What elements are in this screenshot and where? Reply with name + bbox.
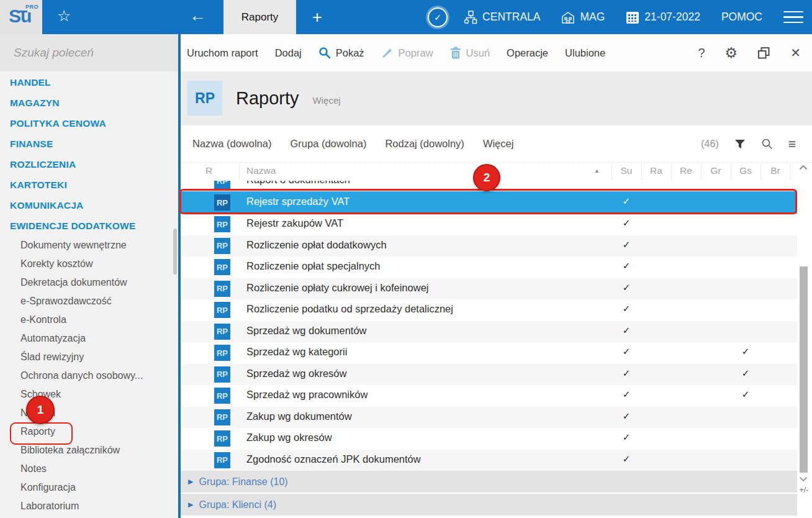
table-row[interactable]: RP Zgodność oznaczeń JPK dokumentów ✓ xyxy=(181,450,797,471)
run-report-button[interactable]: Uruchom raport xyxy=(187,47,258,59)
sidebar-module-item[interactable]: FINANSE xyxy=(0,134,178,154)
date-selector[interactable]: 21-07-2022 xyxy=(626,11,700,24)
report-type-badge: RP xyxy=(214,430,230,447)
branch-label: CENTRALA xyxy=(482,11,540,24)
add-button[interactable]: Dodaj xyxy=(275,47,302,59)
sort-asc-icon[interactable]: ▲ xyxy=(594,168,600,174)
filter-kind[interactable]: Rodzaj (dowolny) xyxy=(385,138,464,150)
sidebar-submodule-item[interactable]: Ochrona danych osobowy... xyxy=(0,366,178,385)
module-badge: RP xyxy=(187,81,222,116)
column-su[interactable]: Su xyxy=(611,165,641,176)
sidebar-submodule-item[interactable]: e-Kontrola xyxy=(0,311,178,329)
column-r[interactable]: R xyxy=(205,165,212,176)
column-br[interactable]: Br xyxy=(760,165,790,176)
list-options-icon[interactable]: ≡ xyxy=(788,137,796,152)
report-name: Rejestr zakupów VAT xyxy=(246,217,343,229)
show-button[interactable]: Pokaż xyxy=(318,47,364,59)
close-icon[interactable]: ✕ xyxy=(790,45,801,60)
table-row[interactable]: RP Rejestr zakupów VAT ✓ xyxy=(181,214,797,235)
table-row[interactable]: RP Rozliczenie opłat specjalnych ✓ xyxy=(181,257,797,278)
search-input[interactable] xyxy=(12,45,168,60)
table-row[interactable]: RP Zakup wg okresów ✓ xyxy=(181,428,797,450)
column-ra[interactable]: Ra xyxy=(641,165,671,176)
sidebar-module-item[interactable]: HANDEL xyxy=(0,72,178,93)
main-menu-icon[interactable] xyxy=(783,11,803,24)
table-row[interactable]: RP Sprzedaż wg kategorii ✓ ✓ xyxy=(181,342,797,364)
sidebar-submodule-item[interactable]: Laboratorium xyxy=(0,497,178,516)
tab-raporty[interactable]: Raporty xyxy=(223,0,296,34)
filter-tools: (46) ≡ xyxy=(701,137,812,152)
scrollbar-thumb[interactable] xyxy=(800,266,808,473)
report-type-badge: RP xyxy=(214,238,230,254)
filter-more[interactable]: Więcej xyxy=(483,138,514,150)
funnel-icon[interactable] xyxy=(734,139,746,149)
edit-button[interactable]: Popraw xyxy=(381,47,433,59)
sidebar-module-item[interactable]: EWIDENCJE DODATKOWE xyxy=(0,216,178,236)
search-icon[interactable] xyxy=(761,138,773,150)
sidebar-module-item[interactable]: ROZLICZENIA xyxy=(0,154,178,175)
table-row[interactable]: RP Sprzedaż wg pracowników ✓ ✓ xyxy=(181,385,797,407)
sidebar-submodule-item[interactable]: Automatyzacja xyxy=(0,329,178,348)
status-check-icon[interactable]: ✓ xyxy=(428,7,448,27)
favorites-menu[interactable]: Ulubione xyxy=(565,47,605,59)
sidebar-submodule-item[interactable]: Notes xyxy=(0,460,178,478)
group-label: Grupa: Finanse (10) xyxy=(199,476,287,488)
expand-triangle-icon[interactable]: ▶ xyxy=(188,478,193,486)
sidebar-submodule-item[interactable]: e-Sprawozdawczość xyxy=(0,292,178,311)
sidebar-submodule-item[interactable]: Konfiguracja xyxy=(0,478,178,497)
annotation-step-2: 2 xyxy=(473,164,500,191)
group-row[interactable]: ▶ Grupa: Klienci (4) xyxy=(181,494,797,516)
table-row[interactable]: RP Sprzedaż wg dokumentów ✓ xyxy=(181,321,797,343)
help-menu[interactable]: POMOC xyxy=(721,11,762,24)
expand-triangle-icon[interactable]: ▶ xyxy=(188,501,193,509)
table-row[interactable]: RP Rozliczenie podatku od sprzedaży deta… xyxy=(181,299,797,321)
sidebar-module-item[interactable]: MAGAZYN xyxy=(0,93,178,113)
filter-name[interactable]: Nazwa (dowolna) xyxy=(192,138,271,150)
new-tab-button[interactable]: + xyxy=(296,0,338,34)
group-label: Grupa: Klienci (4) xyxy=(199,499,276,511)
sidebar-module-item[interactable]: KOMUNIKACJA xyxy=(0,195,178,216)
app-logo[interactable]: Su PRO xyxy=(0,0,42,34)
sidebar-submodule-item[interactable]: Dekretacja dokumentów xyxy=(0,273,178,292)
su-check: ✓ xyxy=(615,325,638,336)
header-more-link[interactable]: Więcej xyxy=(313,95,341,106)
column-name[interactable]: Nazwa xyxy=(246,165,276,176)
report-type-badge: RP xyxy=(214,324,230,340)
logo-accent-bar xyxy=(19,11,27,12)
sidebar-module-item[interactable]: KARTOTEKI xyxy=(0,175,178,195)
sidebar-submodule-item[interactable]: Schowek xyxy=(0,385,178,404)
toolbar-window-controls: ? ⚙ ✕ xyxy=(698,45,812,61)
table-row[interactable]: RP Rozliczenie opłaty cukrowej i kofeino… xyxy=(181,278,797,300)
table-row[interactable]: RP Zakup wg dokumentów ✓ xyxy=(181,407,797,429)
current-date: 21-07-2022 xyxy=(644,11,700,24)
sidebar-scrollbar-thumb[interactable] xyxy=(173,229,177,275)
column-gr[interactable]: Gr xyxy=(701,165,731,176)
sidebar-submodule-item[interactable]: Dokumenty wewnętrzne xyxy=(0,236,178,255)
report-name: Zgodność oznaczeń JPK dokumentów xyxy=(246,453,421,465)
favorites-star-icon[interactable]: ☆ xyxy=(57,7,71,25)
branch-selector[interactable]: CENTRALA xyxy=(464,11,540,24)
scroll-down-icon[interactable] xyxy=(799,476,808,482)
gear-icon[interactable]: ⚙ xyxy=(725,45,738,61)
table-row[interactable]: RP Rozliczenie opłat dodatkowych ✓ xyxy=(181,235,797,257)
column-gs[interactable]: Gs xyxy=(731,165,760,176)
cascade-windows-icon[interactable] xyxy=(757,47,770,60)
report-name: Zakup wg okresów xyxy=(246,432,332,443)
sidebar-module-item[interactable]: POLITYKA CENOWA xyxy=(0,113,178,134)
sidebar-submodule-item[interactable]: Ślad rewizyjny xyxy=(0,348,178,366)
back-arrow-icon[interactable]: ← xyxy=(189,6,206,25)
report-name: Sprzedaż wg kategorii xyxy=(246,346,347,358)
report-type-badge: RP xyxy=(214,281,230,297)
table-row[interactable]: RP Sprzedaż wg okresów ✓ ✓ xyxy=(181,364,797,386)
delete-button[interactable]: Usuń xyxy=(450,47,490,59)
warehouse-selector[interactable]: MAG xyxy=(561,11,605,24)
help-icon[interactable]: ? xyxy=(698,46,705,60)
column-re[interactable]: Re xyxy=(671,165,701,176)
annotation-outline-selected-row xyxy=(179,189,797,214)
operations-menu[interactable]: Operacje xyxy=(507,47,548,59)
filter-group[interactable]: Grupa (dowolna) xyxy=(290,138,366,150)
su-check: ✓ xyxy=(615,346,638,357)
scroll-up-icon[interactable] xyxy=(799,165,808,170)
sidebar-submodule-item[interactable]: Korekty kosztów xyxy=(0,255,178,273)
group-row[interactable]: ▶ Grupa: Finanse (10) xyxy=(181,471,797,493)
